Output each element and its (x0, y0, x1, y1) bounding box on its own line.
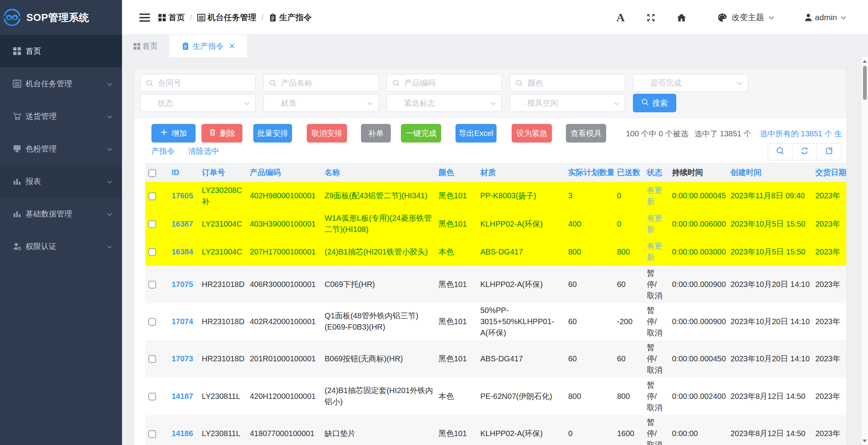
sidebar-item-1[interactable]: 机台任务管理 (0, 67, 122, 100)
plus-icon (160, 129, 172, 138)
cell-color: 本色 (435, 378, 477, 415)
clear-selected-link[interactable]: 清除选中 (188, 146, 219, 156)
cell-id[interactable]: 17075 (168, 266, 199, 303)
column-header-4[interactable]: 名称 (321, 163, 435, 182)
row-checkbox[interactable] (148, 192, 156, 200)
scroll-up-arrow-icon[interactable] (861, 58, 868, 65)
sidebar-item-5[interactable]: 基础数据管理 (0, 198, 122, 230)
toolbar-button-label: 查看模具 (571, 128, 602, 139)
cell-status[interactable]: 有更 新 (644, 238, 669, 266)
column-header-6[interactable]: 材质 (477, 163, 565, 182)
filter-input-1[interactable]: 产品名称 (263, 74, 379, 92)
column-header-5[interactable]: 颜色 (435, 163, 477, 182)
vertical-scrollbar[interactable] (861, 57, 868, 445)
row-checkbox[interactable] (148, 393, 156, 400)
filter-select-2[interactable]: 紧急标志 (387, 94, 502, 112)
column-header-9[interactable]: 状态 (644, 163, 669, 182)
toolbar-button-7[interactable]: 设为紧急 (512, 124, 552, 143)
select-placeholder: 紧急标志 (404, 98, 435, 108)
column-header-3[interactable]: 产品编码 (247, 163, 321, 182)
table-tool-search-button[interactable] (768, 144, 792, 160)
toolbar-button-3[interactable]: 取消安排 (307, 124, 347, 143)
column-header-1[interactable]: ID (168, 163, 199, 182)
select-all-link[interactable]: 选中所有的 13851 个 生 (760, 129, 842, 139)
row-checkbox[interactable] (148, 248, 156, 256)
filter-select-0[interactable]: 状态 (140, 94, 256, 112)
cell-name: Z9面板(配43铝管二节)(HI341) (321, 182, 435, 210)
toolbar-button-8[interactable]: 查看模具 (566, 124, 606, 143)
search-icon (776, 147, 784, 157)
cell-id[interactable]: 16387 (168, 210, 199, 238)
toolbar-button-4[interactable]: 补单 (361, 124, 391, 143)
font-size-tool[interactable]: A (616, 11, 625, 24)
search-button[interactable]: 搜索 (633, 94, 676, 112)
cell-status[interactable]: 有更 新 (644, 182, 669, 210)
hamburger-icon[interactable] (134, 7, 155, 28)
column-header-2[interactable]: 订单号 (199, 163, 247, 182)
cell-id[interactable]: 17605 (168, 182, 199, 210)
row-checkbox[interactable] (148, 281, 156, 289)
breadcrumb-item-2[interactable]: 生产指令 (269, 12, 312, 23)
select-all-checkbox[interactable] (148, 169, 156, 177)
row-checkbox-cell (145, 303, 168, 340)
cell-id[interactable]: 14187 (168, 378, 199, 415)
filter-select-3[interactable]: 模具空闲 (510, 94, 625, 112)
app-title: SOP管理系统 (26, 11, 89, 24)
toolbar-button-5[interactable]: 一键完成 (401, 124, 441, 143)
theme-switcher[interactable]: 改变主题 (717, 12, 775, 23)
cell-product_code: 402R42000100001 (247, 303, 321, 340)
home-icon[interactable] (677, 13, 686, 22)
toolbar-button-0[interactable]: 增加 (151, 124, 196, 143)
cell-id[interactable]: 17073 (168, 340, 199, 378)
toolbar-button-2[interactable]: 批量安排 (253, 124, 292, 143)
sidebar-item-0[interactable]: 首页 (0, 35, 122, 67)
username: admin (815, 13, 837, 22)
sidebar-item-4[interactable]: 报表 (0, 165, 122, 198)
cell-id[interactable]: 16384 (168, 238, 199, 266)
filter-input-2[interactable]: 产品编码 (387, 74, 502, 92)
sidebar-item-3[interactable]: 色粉管理 (0, 132, 122, 165)
cell-id[interactable]: 17074 (168, 303, 199, 340)
user-menu[interactable]: admin (804, 13, 847, 22)
cell-id[interactable]: 14186 (168, 415, 199, 445)
toolbar-button-1[interactable]: 删除 (201, 124, 242, 143)
cell-delivery_date: 2023年 (812, 303, 846, 340)
cell-duration: 0:00:00.000450 (669, 340, 727, 378)
select-all-link-wrap[interactable]: 产指令 (151, 146, 175, 156)
column-header-11[interactable]: 创建时间 (727, 163, 812, 182)
selected-on-page-text: 100 个中 0 个被选 (626, 129, 688, 139)
sidebar-item-6[interactable]: 权限认证 (0, 230, 122, 263)
table-tool-export-button[interactable] (816, 144, 841, 160)
row-checkbox[interactable] (148, 430, 156, 438)
row-checkbox[interactable] (148, 220, 156, 228)
scrollbar-thumb[interactable] (863, 66, 867, 100)
filter-select-1[interactable]: 材质 (263, 94, 379, 112)
filter-input-0[interactable]: 合同号 (140, 74, 256, 92)
breadcrumb-item-0[interactable]: 首页 (158, 12, 185, 23)
toolbar-button-label: 一键完成 (406, 128, 437, 139)
sidebar-item-2[interactable]: 送货管理 (0, 100, 122, 132)
table-body: 17605LY230208C 补402H98000100001Z9面板(配43铝… (145, 182, 846, 445)
tab-0[interactable]: 首页 (122, 35, 169, 57)
table-tool-refresh-button[interactable] (792, 144, 816, 160)
column-header-7[interactable]: 实际计划数量 (565, 163, 614, 182)
tab-1[interactable]: 生产指令 (170, 35, 247, 57)
row-checkbox[interactable] (148, 355, 156, 363)
row-checkbox[interactable] (148, 318, 156, 326)
filter-select-done[interactable]: 是否完成 (633, 74, 748, 92)
filter-panel: 合同号产品名称产品编码颜色是否完成状态材质紧急标志模具空闲搜索 (134, 69, 846, 118)
fullscreen-icon[interactable] (646, 13, 656, 22)
cell-delivered_qty: 1600 (614, 415, 644, 445)
column-header-10[interactable]: 持续时间 (669, 163, 727, 182)
cell-status[interactable]: 有更 新 (644, 210, 669, 238)
column-header-8[interactable]: 已送数 (614, 163, 644, 182)
toolbar-button-6[interactable]: 导出Excel (455, 124, 497, 143)
select-all-checkbox-header (145, 163, 168, 182)
breadcrumb-item-1[interactable]: 机台任务管理 (197, 12, 256, 23)
column-header-12[interactable]: 交货日期 (812, 163, 846, 182)
toolbar-button-label: 导出Excel (459, 128, 493, 139)
cell-planned_qty: 0 (565, 415, 614, 445)
filter-input-3[interactable]: 颜色 (510, 74, 625, 92)
theme-label: 改变主题 (732, 12, 764, 23)
scroll-down-arrow-icon[interactable] (861, 438, 868, 444)
